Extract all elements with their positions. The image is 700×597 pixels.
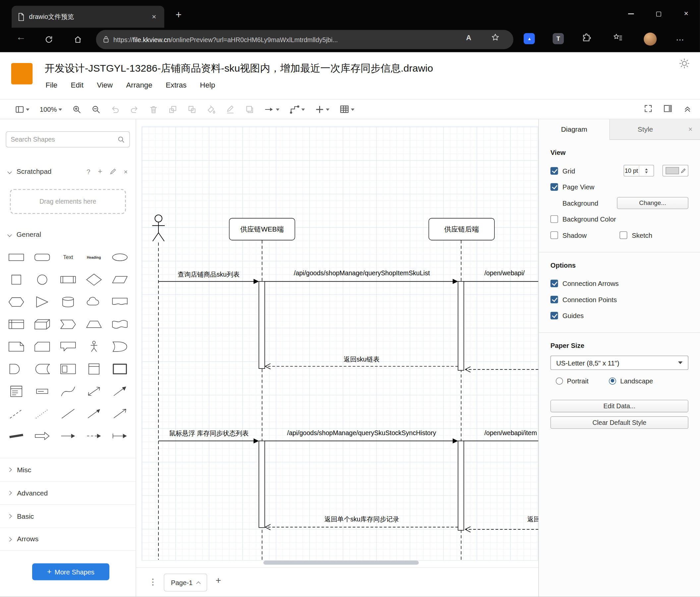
scratchpad-close-icon[interactable]: × [124,168,128,175]
spinner-arrows[interactable] [639,165,654,176]
grid-size-input[interactable]: 10 pt [624,165,654,176]
shape-or[interactable] [107,336,132,358]
favorite-star-icon[interactable] [491,33,500,44]
shape-rounded-rectangle[interactable] [29,246,55,268]
browser-menu-icon[interactable]: ⋯ [676,35,684,45]
window-minimize-button[interactable] [617,0,645,28]
clear-default-style-button[interactable]: Clear Default Style [551,416,689,429]
shape-cube[interactable] [29,313,55,335]
grid-checkbox[interactable] [551,167,558,174]
favorites-bar-icon[interactable] [613,33,623,44]
zoom-out-button[interactable] [92,105,101,114]
section-advanced[interactable]: Advanced [0,481,135,504]
shadow-button[interactable] [245,105,254,114]
portrait-radio[interactable] [556,377,563,384]
shape-list-item[interactable] [29,380,55,402]
scratchpad-dropzone[interactable]: Drag elements here [10,189,126,214]
shape-data-storage[interactable] [29,358,55,380]
connection-button[interactable] [265,105,280,114]
background-color-checkbox[interactable] [551,215,558,223]
shape-curve[interactable] [55,380,81,402]
fill-color-button[interactable] [207,105,216,114]
redo-button[interactable] [130,105,139,114]
portrait-option[interactable]: Portrait [556,377,589,385]
search-input[interactable] [10,136,117,143]
panel-close-icon[interactable]: × [681,119,700,140]
collapse-expand-button[interactable] [683,104,692,114]
back-button[interactable]: ← [16,31,26,43]
lifeline-web[interactable]: 供应链WEB端 [229,218,295,240]
shape-directional-connector[interactable] [81,403,107,425]
address-bar[interactable]: https://file.kkview.cn/onlinePreview?url… [96,30,514,49]
shadow-checkbox[interactable] [551,231,558,239]
message-label-query-sku-list[interactable]: 查询店铺商品sku列表 [161,270,257,279]
profile-avatar[interactable] [644,32,656,45]
browser-tab[interactable]: drawio文件预览 × [11,6,165,28]
shape-cylinder[interactable] [55,291,81,313]
connection-arrows-checkbox[interactable] [551,279,558,287]
shape-tape[interactable] [107,313,132,335]
shape-container[interactable] [55,358,81,380]
message-label-return-sku-list[interactable]: 返回sku链表 [315,355,409,364]
change-background-button[interactable]: Change... [617,197,689,209]
shape-arrow[interactable] [107,380,132,402]
section-arrows[interactable]: Arrows [0,528,135,551]
menu-edit[interactable]: Edit [71,81,83,90]
pages-menu-icon[interactable]: ⋮ [149,577,157,587]
tampermonkey-icon[interactable]: T [552,33,564,44]
shape-vertical-container[interactable] [81,358,107,380]
shape-note[interactable] [4,336,29,358]
shape-ellipse[interactable] [107,246,132,268]
message-label-api-query-shop-item-sku-list[interactable]: /api/goods/shopManage/queryShopItemSkuLi… [269,269,454,277]
extensions-puzzle-icon[interactable] [582,33,591,44]
page-tab[interactable]: Page-1 [164,573,207,591]
menu-arrange[interactable]: Arrange [126,81,152,90]
shape-card[interactable] [29,336,55,358]
shape-textbox[interactable]: Heading [81,246,107,268]
connection-points-checkbox[interactable] [551,295,558,303]
read-aloud-icon[interactable]: A [466,34,471,42]
landscape-option[interactable]: Landscape [609,377,653,385]
shape-diamond[interactable] [81,268,107,290]
shape-and[interactable] [4,358,29,380]
shape-arrow-shape[interactable] [29,425,55,447]
scratchpad-header[interactable]: Scratchpad ? + × [0,164,135,179]
to-front-button[interactable] [168,105,177,114]
shape-bidirectional-arrow[interactable] [81,380,107,402]
shape-dotted-line[interactable] [29,403,55,425]
delete-button[interactable] [149,105,158,114]
extension-blue-icon[interactable] [524,33,535,44]
format-panel-button[interactable] [663,104,672,114]
scratchpad-add-icon[interactable]: + [98,167,102,176]
edit-data-button[interactable]: Edit Data... [551,400,689,412]
menu-help[interactable]: Help [200,81,215,90]
search-shapes-box[interactable] [6,132,130,147]
tab-style[interactable]: Style [610,119,681,140]
menu-file[interactable]: File [45,81,57,90]
fullscreen-button[interactable] [644,104,653,114]
shape-line[interactable] [55,403,81,425]
view-panels-button[interactable] [15,105,29,114]
shape-document[interactable] [107,291,132,313]
shape-frame[interactable] [107,358,132,380]
to-back-button[interactable] [188,105,197,114]
zoom-level-button[interactable]: 100% [40,105,62,113]
shape-list[interactable] [4,380,29,402]
shape-triangle[interactable] [29,291,55,313]
shape-trapezoid[interactable] [81,313,107,335]
tab-close-icon[interactable]: × [150,12,158,21]
add-page-button[interactable]: + [216,575,221,586]
shape-parallelogram[interactable] [107,268,132,290]
scratchpad-help-icon[interactable]: ? [86,168,90,175]
window-close-button[interactable]: × [672,0,700,28]
shape-connector-with-bar[interactable] [107,425,132,447]
guides-checkbox[interactable] [551,311,558,319]
lifeline-backend[interactable]: 供应链后端 [429,218,495,240]
sketch-checkbox[interactable] [620,231,627,239]
window-maximize-button[interactable] [645,0,673,28]
line-color-button[interactable] [226,105,235,114]
section-misc[interactable]: Misc [0,458,135,481]
section-basic[interactable]: Basic [0,504,135,528]
new-tab-button[interactable]: + [172,9,185,21]
menu-view[interactable]: View [97,81,113,90]
